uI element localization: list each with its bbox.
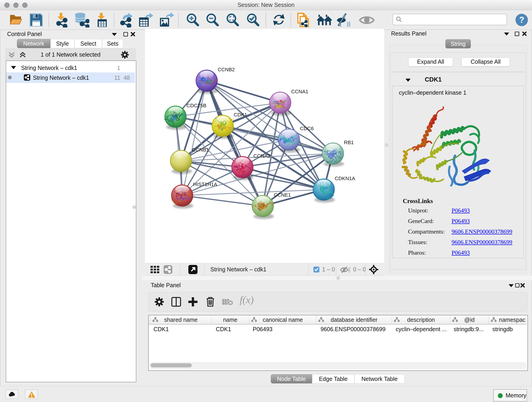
svg-text:CCNA1: CCNA1 xyxy=(291,89,308,95)
svg-text:HIST1H1A: HIST1H1A xyxy=(193,182,217,187)
svg-text:CDC25B: CDC25B xyxy=(186,103,206,108)
svg-text:RB1: RB1 xyxy=(344,140,354,145)
svg-text:CCNB1: CCNB1 xyxy=(192,147,209,153)
svg-text:CCNA2: CCNA2 xyxy=(253,153,271,159)
svg-text:CDK1: CDK1 xyxy=(234,112,247,118)
svg-text:CCNB2: CCNB2 xyxy=(218,67,235,72)
svg-text:CDC6: CDC6 xyxy=(300,126,314,131)
svg-text:CCNE1: CCNE1 xyxy=(274,192,291,198)
svg-text:?: ? xyxy=(519,15,524,25)
svg-text:CDKN1A: CDKN1A xyxy=(335,176,355,181)
